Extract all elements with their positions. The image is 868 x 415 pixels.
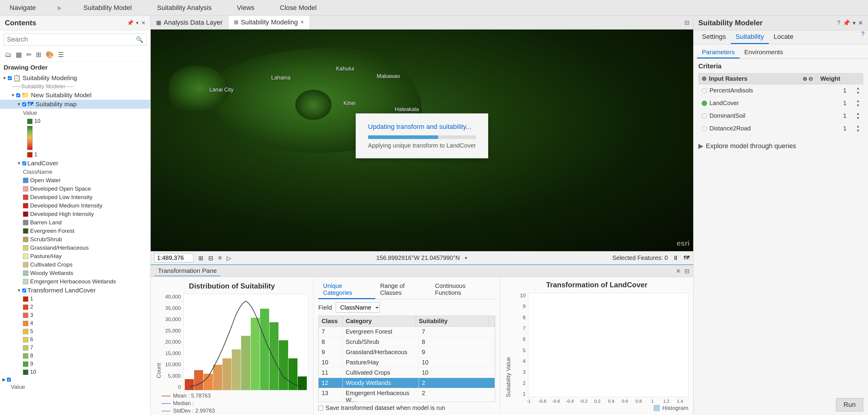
views-btn[interactable]: Views	[233, 1, 258, 14]
weight-1: 1	[836, 87, 854, 94]
down-arrow-icon[interactable]: ▾	[136, 20, 138, 26]
layer-checkbox[interactable]	[22, 102, 26, 106]
histogram-plot[interactable]	[183, 294, 308, 390]
table-row[interactable]: 9 Grassland/Herbaceous 9	[318, 347, 495, 357]
layer-transformed-landcover[interactable]: ▼ Transformed LandCover	[0, 286, 150, 295]
edit-icon[interactable]: ✏	[25, 50, 33, 60]
navigate-btn[interactable]: Navigate	[6, 1, 39, 14]
pane-expand-icon[interactable]: ⊟	[684, 268, 689, 275]
lc-swatch-cultivated-crops: Cultivated Crops	[0, 261, 150, 269]
layer-checkbox[interactable]	[22, 162, 26, 165]
layer-suitability-modeling[interactable]: ▼ 📋 Suitability Modeling	[0, 73, 150, 82]
field-select[interactable]: ClassName	[336, 302, 380, 313]
help-icon[interactable]: ?	[837, 19, 840, 27]
filter-icon[interactable]: ☰	[57, 50, 65, 60]
panel-expand-btn[interactable]: ⊟	[684, 19, 689, 26]
pause-icon[interactable]: ⏸	[673, 254, 679, 262]
criteria-row-distance2road[interactable]: Distance2Road 1 ▲▼	[698, 122, 863, 135]
table-row[interactable]: 11 Cultivated Crops 10	[318, 368, 495, 378]
tab-bar: ▦ Analysis Data Layer ⊞ Suitability Mode…	[151, 16, 693, 30]
pane-close-icon[interactable]: ✕	[676, 268, 681, 275]
tc-x-labels: -1-0.8-0.6-0.4-0.20.20.40.60.811.21.4	[505, 397, 688, 404]
remove-raster-icon[interactable]: ⊖	[808, 76, 813, 82]
weight-arrows-2[interactable]: ▲▼	[856, 99, 860, 107]
layers-icon[interactable]: 🗂	[4, 50, 13, 60]
down-icon[interactable]: ▾	[852, 19, 856, 27]
transform-chart-title: Transformation of LandCover	[505, 281, 688, 289]
layer-checkbox[interactable]	[8, 76, 12, 80]
suitability-model-btn[interactable]: Suitability Model	[80, 1, 135, 14]
map-container[interactable]: Lahaina Kahului Makawao Lanai City Kihei…	[151, 30, 693, 251]
tab-close-icon[interactable]: ✕	[300, 19, 304, 25]
weight-arrows-3[interactable]: ▲▼	[856, 111, 860, 120]
tab-suitability[interactable]: Suitability	[731, 30, 769, 44]
criteria-row-landcover[interactable]: LandCover 1 ▲▼	[698, 97, 863, 110]
table-row[interactable]: 8 Scrub/Shrub 8	[318, 337, 495, 347]
nav-icon-2[interactable]: ⊟	[208, 254, 213, 262]
td-class: 7	[318, 327, 343, 337]
tc-legend: Histogram	[505, 405, 688, 411]
help-btn[interactable]: ?	[861, 30, 864, 44]
close-icon[interactable]: ✕	[141, 20, 146, 26]
scale-input[interactable]	[154, 253, 193, 262]
search-input[interactable]	[7, 36, 136, 43]
nav-icon-3[interactable]: ≡	[218, 254, 222, 262]
table-row[interactable]: 7 Evergreen Forest 7	[318, 327, 495, 337]
pane-tab-transformation[interactable]: Transformation Pane	[154, 266, 220, 276]
explore-link[interactable]: ▶ Explore model through queries	[693, 139, 868, 153]
close-model-btn[interactable]: Close Model	[276, 1, 320, 14]
weight-arrows-1[interactable]: ▲▼	[856, 86, 860, 95]
layer-checkbox[interactable]	[16, 93, 20, 97]
layer-checkbox[interactable]	[7, 378, 11, 382]
nav-icon-1[interactable]: ⊞	[198, 254, 204, 262]
add-raster-icon[interactable]: ⊕	[803, 76, 807, 82]
tab-continuous-functions[interactable]: Continuous Functions	[430, 281, 495, 299]
hist-bar	[251, 318, 260, 390]
tc-plot[interactable]	[528, 293, 688, 397]
paint-icon[interactable]: 🎨	[44, 50, 55, 60]
add-remove-btns[interactable]: ⊕ ⊖	[803, 76, 813, 82]
move-icon[interactable]: ⊞	[35, 50, 42, 60]
coord-chevron-icon[interactable]: ▾	[465, 255, 467, 261]
subtab-parameters[interactable]: Parameters	[697, 47, 740, 59]
criteria-row-percent-andisols[interactable]: PercentAndisols 1 ▲▼	[698, 84, 863, 97]
layer-checkbox[interactable]	[22, 288, 26, 292]
run-button[interactable]: Run	[836, 398, 863, 411]
row-dot-2	[702, 101, 707, 106]
suitability-analysis-btn[interactable]: Suitability Analysis	[153, 1, 215, 14]
pin-icon[interactable]: 📌	[843, 19, 850, 27]
tab-locate[interactable]: Locate	[769, 30, 798, 44]
right-panel: Suitability Modeler ? 📌 ▾ ✕ Settings Sui…	[693, 16, 868, 415]
layer-terrain[interactable]: ▶	[0, 376, 150, 383]
transformed-swatch-10: 10	[0, 368, 150, 376]
td-category: Evergreen Forest	[343, 327, 419, 337]
tab-unique-categories[interactable]: Unique Categories	[318, 281, 375, 299]
pin-icon[interactable]: 📌	[127, 20, 133, 26]
layer-new-suitability-model[interactable]: ▼ 📁 New Suitability Model	[0, 91, 150, 100]
subtab-environments[interactable]: Environments	[740, 47, 788, 59]
td-category: Woody Wetlands	[343, 378, 419, 388]
layer-suitability-map[interactable]: ▼ 🗺 Suitability map	[0, 100, 150, 109]
layer-landcover[interactable]: ▼ LandCover	[0, 159, 150, 168]
settings-icon[interactable]: ⚙	[702, 76, 707, 82]
tab-suitability-modeling[interactable]: ⊞ Suitability Modeling ✕	[228, 16, 310, 29]
close-icon[interactable]: ✕	[858, 19, 863, 27]
search-icon[interactable]: 🔍	[136, 36, 144, 43]
table-icon[interactable]: ▦	[14, 50, 23, 60]
nav-icon-4[interactable]: ▷	[227, 254, 231, 262]
tab-analysis-data[interactable]: ▦ Analysis Data Layer	[151, 16, 228, 29]
weight-arrows-4[interactable]: ▲▼	[856, 124, 860, 133]
map-nav-icon[interactable]: 🗺	[684, 254, 689, 262]
td-suitability: 10	[419, 368, 495, 378]
tab-settings[interactable]: Settings	[697, 30, 731, 44]
legend-stddev: StdDev : 2.99783	[161, 408, 308, 414]
table-row[interactable]: 12 Woody Wetlands 2	[318, 378, 495, 388]
hist-bar	[260, 309, 269, 390]
tab-range-classes[interactable]: Range of Classes	[375, 281, 430, 299]
criteria-row-dominant-soil[interactable]: DominantSoil 1 ▲▼	[698, 110, 863, 122]
lc-swatch-barren-land: Barren Land	[0, 218, 150, 227]
city-lanai: Lanai City	[210, 87, 234, 93]
table-row[interactable]: 13 Emgergent Herbaceous W... 2	[318, 388, 495, 402]
table-row[interactable]: 10 Pasture/Hay 10	[318, 357, 495, 368]
save-checkbox[interactable]	[318, 406, 323, 411]
